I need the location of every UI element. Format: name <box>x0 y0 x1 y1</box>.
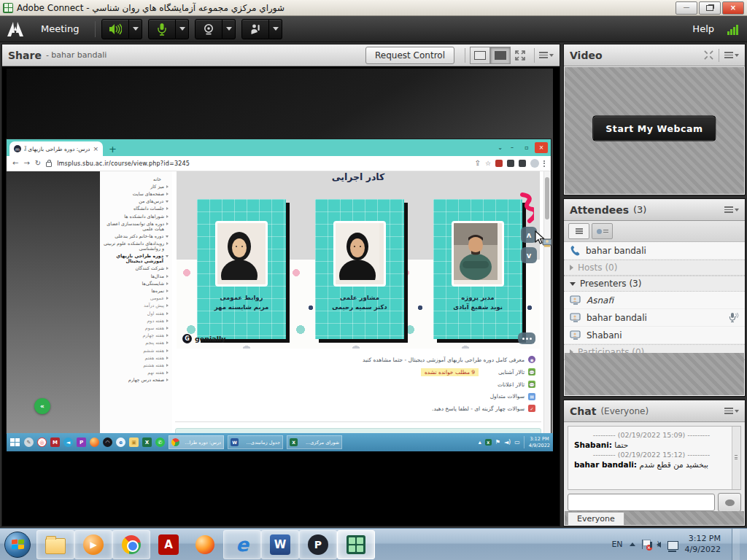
sidebar-item[interactable]: نمره‌ها <box>103 287 169 294</box>
sidebar-item[interactable]: پیش درآمد <box>103 302 169 309</box>
sidebar-item[interactable]: دوره ها-خانم دکتر بندعلی <box>103 232 169 239</box>
taskbar-acrobat-icon[interactable]: A <box>150 531 187 559</box>
whatsapp-icon[interactable]: ✆ <box>155 438 165 447</box>
browser-forward-icon[interactable]: → <box>23 160 29 167</box>
browser-reload-icon[interactable]: ↻ <box>35 160 41 167</box>
action-center-flag-icon[interactable]: × <box>642 540 650 549</box>
chat-input[interactable] <box>568 494 715 511</box>
sidebar-item[interactable]: هفته هفتم <box>103 354 169 361</box>
taskbar-ie-icon[interactable]: e <box>223 530 261 559</box>
firefox-small-icon[interactable] <box>90 438 99 447</box>
bookmark-star-icon[interactable]: ☆ <box>485 160 491 167</box>
browser-scrollbar[interactable] <box>543 171 551 433</box>
taskbar-window-excel[interactable]: X شورای مرکزی... <box>287 435 342 449</box>
slide-next-button[interactable]: v <box>521 247 537 263</box>
chat-scrollbar[interactable] <box>732 427 740 489</box>
raise-hand-icon[interactable] <box>241 19 269 39</box>
status-dropdown[interactable] <box>269 19 282 39</box>
chat-pod-menu-icon[interactable] <box>724 406 739 416</box>
taskbar-explorer-icon[interactable] <box>36 530 74 559</box>
browser-tab[interactable]: m درس: دوره طراحی بازیهای آموزشی × <box>9 141 103 156</box>
share-page-icon[interactable]: ⇪ <box>475 160 481 167</box>
attendee-phone-row[interactable]: bahar bandali <box>564 242 745 260</box>
webcam-icon[interactable] <box>195 19 222 39</box>
volume-icon[interactable] <box>657 542 661 548</box>
webcam-dropdown[interactable] <box>222 19 236 39</box>
slide-more-button[interactable] <box>518 332 535 344</box>
back-to-top-button[interactable]: « <box>34 398 50 414</box>
activity-row[interactable]: ▤ سوالات متداول <box>177 393 535 400</box>
taskbar-adobe-connect-icon[interactable] <box>337 530 375 559</box>
taskbar-chrome-icon[interactable] <box>112 530 150 559</box>
share-view-toggle-filled-icon[interactable] <box>490 47 511 64</box>
presenter-row[interactable]: Asnafi <box>564 292 745 309</box>
hosts-group-row[interactable]: Hosts (0) <box>564 260 745 276</box>
sidebar-item[interactable]: درس‌های من <box>103 198 169 205</box>
attendee-card-view-icon[interactable] <box>592 223 613 239</box>
taskbar-window-word[interactable]: W جدول زمانبندی... <box>228 435 283 449</box>
start-button[interactable] <box>4 532 31 558</box>
sidebar-item[interactable]: هفته نهم <box>103 369 169 376</box>
browser-profile-avatar[interactable] <box>530 159 539 168</box>
show-desktop-button[interactable] <box>732 529 740 560</box>
tray-expand-icon[interactable] <box>630 542 635 546</box>
sidebar-item[interactable]: میز کار <box>103 182 169 190</box>
chat-send-button[interactable] <box>718 493 741 512</box>
new-tab-button[interactable]: + <box>109 144 117 155</box>
chat-tab-everyone[interactable]: Everyone <box>568 512 624 525</box>
activity-row[interactable]: ✓ سوالات چهار گزینه ای - لطفا پاسخ دهید. <box>177 405 535 412</box>
speaker-icon[interactable] <box>101 19 129 39</box>
sidebar-item[interactable]: هفته اول <box>103 309 169 316</box>
sidebar-item[interactable]: جلسات دانشگاه <box>103 205 169 212</box>
sidebar-item[interactable]: صفحه‌های سایت <box>103 190 169 197</box>
url-text[interactable]: lmsplus.sbu.ac.ir/course/view.php?id=324… <box>57 160 190 167</box>
attendee-list-view-icon[interactable] <box>568 223 589 239</box>
presenter-row[interactable]: bahar bandali <box>564 309 745 327</box>
tray-excel-icon[interactable]: X <box>485 439 492 446</box>
taskbar-media-player-icon[interactable]: ▶ <box>74 530 112 559</box>
tab-search-caret-icon[interactable]: ⌄ <box>498 144 503 151</box>
telegram-icon[interactable]: ◄ <box>63 438 73 447</box>
connection-signal-icon[interactable] <box>727 23 738 35</box>
tray-network-icon[interactable]: ▭ <box>514 440 520 446</box>
sidebar-item[interactable]: شایستگی‌ها <box>103 279 169 287</box>
scrollbar-thumb[interactable] <box>545 177 549 219</box>
sidebar-item[interactable]: هفته ششم <box>103 346 169 354</box>
sidebar-item[interactable]: هفته پنجم <box>103 339 169 346</box>
obs-icon[interactable]: ◎ <box>37 438 47 447</box>
taskbar-word-icon[interactable]: W <box>261 530 299 559</box>
sidebar-item[interactable]: صفحه درس چهارم <box>103 376 169 384</box>
browser-restore-icon[interactable]: ▫ <box>520 142 533 153</box>
video-fullscreen-icon[interactable] <box>704 50 713 60</box>
sidebar-item[interactable]: هفته سوم <box>103 324 169 331</box>
extension-dark-icon[interactable] <box>519 160 526 167</box>
menu-help[interactable]: Help <box>692 23 714 34</box>
sidebar-item[interactable]: هفته چهارم <box>103 332 169 339</box>
extension-idm-icon[interactable] <box>495 160 503 167</box>
browser-close-icon[interactable]: × <box>535 142 548 153</box>
sidebar-item[interactable]: شرکت کنندگان <box>103 265 169 272</box>
browser-menu-icon[interactable] <box>543 160 545 167</box>
p-app-icon[interactable]: P <box>77 438 86 447</box>
excel-small-icon[interactable]: X <box>142 438 152 447</box>
tray-chevron-icon[interactable]: ▴ <box>479 440 481 446</box>
taskbar-psiphon-icon[interactable]: P <box>299 530 337 559</box>
sidebar-item[interactable]: هفته دوم <box>103 316 169 324</box>
language-indicator[interactable]: EN <box>611 540 622 549</box>
shared-clock[interactable]: 3:12 PM4/9/2022 <box>524 436 550 448</box>
presenters-group-row[interactable]: Presenters (3) <box>564 276 745 292</box>
request-control-button[interactable]: Request Control <box>365 47 454 64</box>
taskbar-window-chrome[interactable]: درس: دوره طرا... <box>169 435 224 449</box>
tray-flag-icon[interactable]: ⚑ <box>495 440 500 446</box>
browser-back-icon[interactable]: ← <box>12 160 18 167</box>
start-my-webcam-button[interactable]: Start My Webcam <box>592 115 716 141</box>
taskbar-firefox-icon[interactable] <box>187 531 223 559</box>
close-button[interactable]: × <box>722 1 744 15</box>
menu-meeting[interactable]: Meeting <box>31 23 89 34</box>
browser-minimize-icon[interactable]: – <box>506 142 519 153</box>
m-app-icon[interactable]: M <box>50 438 60 447</box>
explorer-small-icon[interactable]: ▣ <box>129 438 139 447</box>
sidebar-item[interactable]: مدال‌ها <box>103 272 169 279</box>
minimize-button[interactable]: — <box>676 1 697 15</box>
sidebar-item-current-course[interactable]: دوره طراحي بازيهاي آموزشي ديجيتال <box>103 252 169 265</box>
